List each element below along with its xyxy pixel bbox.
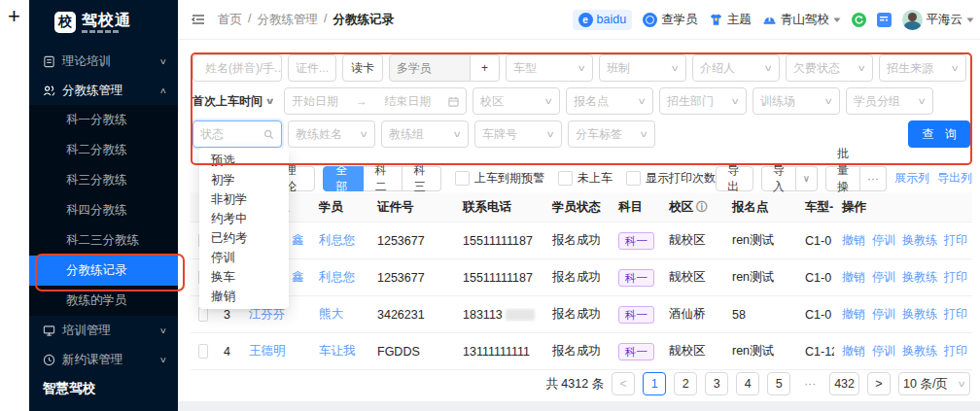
dropdown-option-约考中[interactable]: 约考中 [199,209,289,228]
baidu-shortcut[interactable]: e baidu [573,10,633,30]
action-打印[interactable]: 打印 [944,232,967,249]
batch-operations-button[interactable]: 批量操作 [825,166,860,191]
教练组-select[interactable]: 教练组∨ [381,120,469,148]
student-link[interactable]: 熊大 [319,306,343,323]
教练姓名-select[interactable]: 教练姓名∨ [288,120,375,148]
action-停训[interactable]: 停训 [872,343,895,360]
subject-badge[interactable]: 科一 [618,269,654,287]
coach-link[interactable]: 鑫 [292,232,304,249]
action-撤销[interactable]: 撤销 [842,232,865,249]
欠费状态-select[interactable]: 欠费状态∨ [786,54,873,82]
page-button-last[interactable]: 432 [829,372,859,395]
prev-page-button[interactable]: < [612,372,635,395]
action-换教练[interactable]: 换教练 [902,269,937,286]
分车标签-select[interactable]: 分车标签∨ [568,120,655,148]
dropdown-option-撤销[interactable]: 撤销 [199,287,289,306]
multi-student-input[interactable]: 多学员 [389,54,471,82]
search-button[interactable]: 查 询 [908,120,970,148]
dropdown-option-初学[interactable]: 初学 [199,170,289,189]
sidebar-item-科二分教练[interactable]: 科二分教练 [29,135,178,165]
sidebar-item-分教练记录[interactable]: 分教练记录 [29,256,178,286]
first-boarding-time-label[interactable]: 首次上车时间 ∨ [192,93,278,110]
row-checkbox[interactable] [198,344,208,359]
dropdown-option-非初学[interactable]: 非初学 [199,189,289,209]
info-icon[interactable]: ⓘ [696,199,708,216]
dropdown-option-已约考[interactable]: 已约考 [199,228,289,248]
车牌号-select[interactable]: 车牌号∨ [474,120,562,148]
next-page-button[interactable]: > [867,372,891,395]
menu-fold-icon[interactable] [191,12,206,27]
action-撤销[interactable]: 撤销 [842,306,865,323]
sidebar-item-教练的学员[interactable]: 教练的学员 [29,286,178,316]
school-switcher[interactable]: 青山驾校 ▼ [762,12,841,28]
coach-link[interactable]: 鑫 [292,269,304,286]
action-停训[interactable]: 停训 [872,232,895,249]
dropdown-option-停训[interactable]: 停训 [199,248,289,267]
subject-badge[interactable]: 科一 [618,306,654,324]
招生部门-select[interactable]: 招生部门∨ [659,87,747,115]
车型-select[interactable]: 车型∨ [506,54,593,82]
export-button[interactable]: 导出 [716,166,753,191]
tab-科二[interactable]: 科二 [364,166,402,191]
sidebar-item-理论培训[interactable]: 理论培训∨ [29,47,178,76]
校区-select[interactable]: 校区∨ [472,87,560,115]
page-button-3[interactable]: 3 [705,372,728,395]
sidebar-item-分教练管理[interactable]: 分教练管理∧ [29,76,178,105]
refresh-icon[interactable] [852,13,866,27]
dropdown-option-预选[interactable]: 预选 [199,151,289,170]
student-link[interactable]: 车让我 [319,343,356,360]
tab-科三[interactable]: 科三 [402,166,441,191]
date-range-picker[interactable]: 开始日期 → 结束日期 [284,87,467,115]
checkbox-上车到期预警[interactable]: 上车到期预警 [455,170,544,187]
action-打印[interactable]: 打印 [944,343,967,360]
theme-button[interactable]: 主题 [709,12,752,28]
训练场-select[interactable]: 训练场∨ [752,87,840,115]
action-停训[interactable]: 停训 [872,306,895,323]
sidebar-item-科四分教练[interactable]: 科四分教练 [29,195,178,225]
import-caret-button[interactable]: ∨ [796,166,818,191]
batch-more-button[interactable]: ··· [860,166,887,191]
pager-ellipsis[interactable]: ··· [798,372,822,395]
sidebar-item-科二三分教练[interactable]: 科二三分教练 [29,225,178,256]
page-button-4[interactable]: 4 [736,372,759,395]
student-link[interactable]: 利息您 [319,232,356,249]
action-打印[interactable]: 打印 [944,269,967,286]
sidebar-item-科一分教练[interactable]: 科一分教练 [29,105,178,135]
subject-badge[interactable]: 科一 [618,343,654,360]
action-换教练[interactable]: 换教练 [902,306,937,323]
subject-badge[interactable]: 科一 [618,232,654,250]
add-student-button[interactable]: + [471,54,500,82]
sidebar-item-培训管理[interactable]: 培训管理∨ [29,316,178,345]
import-button[interactable]: 导入 [761,166,796,191]
招生来源-select[interactable]: 招生来源∨ [879,54,966,82]
学员分组-select[interactable]: 学员分组∨ [846,87,933,115]
action-撤销[interactable]: 撤销 [842,269,865,286]
checkbox-显示打印次数[interactable]: 显示打印次数 [626,170,716,187]
报名点-select[interactable]: 报名点∨ [566,87,653,115]
student-link[interactable]: 利息您 [319,269,356,286]
tab-全部[interactable]: 全部 [323,166,363,191]
sidebar-item-科三分教练[interactable]: 科三分教练 [29,165,178,195]
status-input[interactable]: 状态 [192,120,282,148]
page-button-2[interactable]: 2 [674,372,697,395]
user-menu[interactable]: 平海云 ▼ [902,10,974,30]
介绍人-select[interactable]: 介绍人∨ [692,54,780,82]
action-打印[interactable]: 打印 [944,306,967,323]
action-换教练[interactable]: 换教练 [902,232,937,249]
breadcrumb-section[interactable]: 分教练管理 [257,12,318,28]
show-columns-link[interactable]: 展示列 [894,170,929,187]
check-student-button[interactable]: 查学员 [643,12,698,28]
action-停训[interactable]: 停训 [872,269,895,286]
page-button-1[interactable]: 1 [643,372,666,395]
action-撤销[interactable]: 撤销 [842,343,865,360]
coach-link[interactable]: 王德明 [249,343,286,360]
sidebar-item-新约课管理[interactable]: 新约课管理∨ [29,345,178,374]
app-panel-icon[interactable] [877,13,892,27]
班制-select[interactable]: 班制∨ [599,54,686,82]
checkbox-未上车[interactable]: 未上车 [558,170,612,187]
export-columns-link[interactable]: 导出列 [937,170,972,187]
action-换教练[interactable]: 换教练 [902,343,937,360]
student-name-input[interactable]: 姓名(拼音)/手... [192,54,282,82]
row-checkbox[interactable] [198,307,208,322]
page-button-5[interactable]: 5 [767,372,790,395]
